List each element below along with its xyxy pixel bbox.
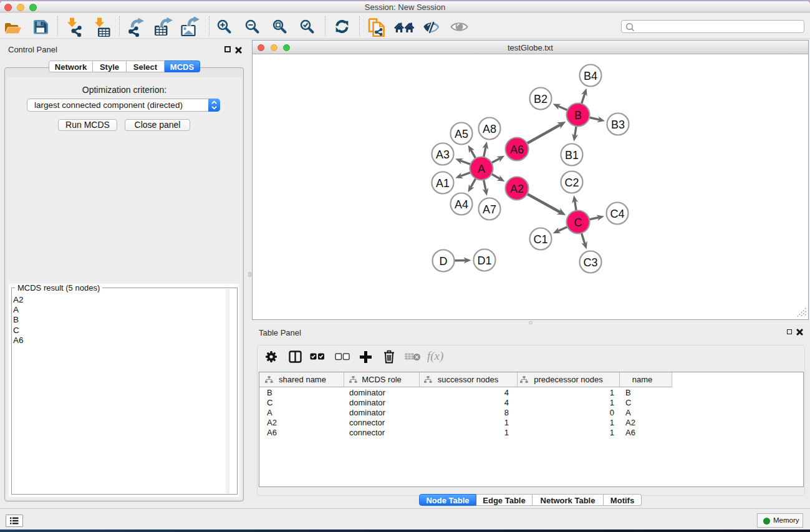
svg-text:A: A <box>478 163 485 175</box>
svg-text:C1: C1 <box>533 233 547 246</box>
svg-text:B4: B4 <box>584 70 597 82</box>
svg-text:B2: B2 <box>534 93 547 105</box>
svg-text:A5: A5 <box>455 128 468 140</box>
svg-text:D: D <box>440 255 448 268</box>
svg-text:A2: A2 <box>510 183 524 195</box>
svg-text:C: C <box>574 216 582 229</box>
svg-text:A6: A6 <box>510 143 524 156</box>
svg-text:B3: B3 <box>611 118 625 131</box>
svg-text:A8: A8 <box>483 123 496 135</box>
svg-text:A1: A1 <box>436 177 450 190</box>
svg-text:B: B <box>574 109 582 122</box>
svg-text:A7: A7 <box>483 203 496 216</box>
svg-text:A3: A3 <box>436 148 450 161</box>
svg-text:C4: C4 <box>610 208 624 220</box>
svg-text:C3: C3 <box>583 256 597 269</box>
svg-text:A4: A4 <box>455 198 468 211</box>
svg-text:B1: B1 <box>565 149 579 162</box>
svg-text:C2: C2 <box>564 177 579 189</box>
svg-text:D1: D1 <box>477 254 491 267</box>
